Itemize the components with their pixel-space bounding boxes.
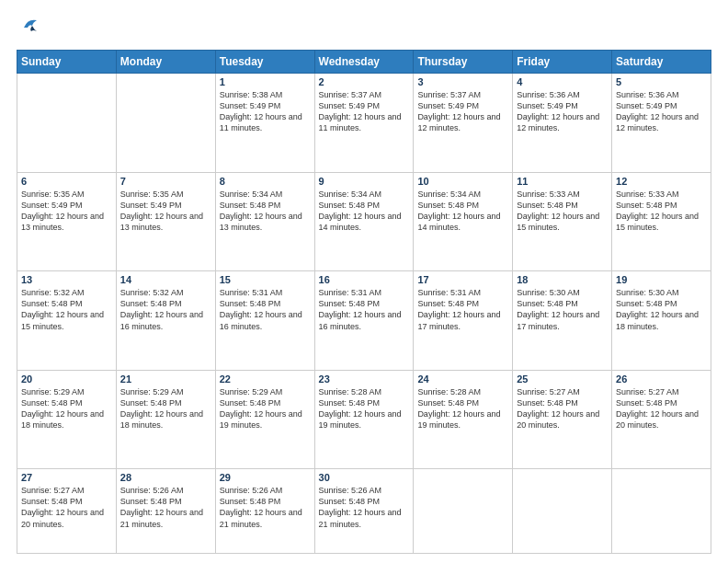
calendar-cell: 29Sunrise: 5:26 AM Sunset: 5:48 PM Dayli… [215,469,314,554]
calendar-cell [414,469,513,554]
day-info: Sunrise: 5:36 AM Sunset: 5:49 PM Dayligh… [517,89,608,134]
calendar-cell: 17Sunrise: 5:31 AM Sunset: 5:48 PM Dayli… [414,271,513,371]
day-number: 16 [319,274,410,285]
day-info: Sunrise: 5:34 AM Sunset: 5:48 PM Dayligh… [319,189,410,234]
day-number: 1 [220,76,311,87]
weekday-header-wednesday: Wednesday [314,51,414,74]
week-row-1: 6Sunrise: 5:35 AM Sunset: 5:49 PM Daylig… [17,172,711,271]
calendar-cell: 21Sunrise: 5:29 AM Sunset: 5:48 PM Dayli… [116,370,215,469]
day-number: 3 [417,76,508,87]
day-number: 24 [417,373,508,385]
calendar-cell: 3Sunrise: 5:37 AM Sunset: 5:49 PM Daylig… [414,74,513,173]
day-info: Sunrise: 5:33 AM Sunset: 5:48 PM Dayligh… [517,189,608,234]
week-row-2: 13Sunrise: 5:32 AM Sunset: 5:48 PM Dayli… [17,271,711,371]
day-info: Sunrise: 5:26 AM Sunset: 5:48 PM Dayligh… [120,485,211,530]
calendar-cell: 26Sunrise: 5:27 AM Sunset: 5:48 PM Dayli… [612,370,711,469]
day-number: 12 [616,176,707,187]
day-number: 30 [319,472,410,483]
day-info: Sunrise: 5:30 AM Sunset: 5:48 PM Dayligh… [616,287,707,332]
calendar-table: SundayMondayTuesdayWednesdayThursdayFrid… [17,50,711,554]
calendar-cell: 9Sunrise: 5:34 AM Sunset: 5:48 PM Daylig… [314,172,414,271]
day-info: Sunrise: 5:35 AM Sunset: 5:49 PM Dayligh… [120,189,211,234]
weekday-header-saturday: Saturday [612,51,711,74]
calendar-cell [17,74,117,173]
day-number: 15 [220,274,311,285]
calendar-cell: 27Sunrise: 5:27 AM Sunset: 5:48 PM Dayli… [17,469,117,554]
day-number: 29 [220,472,311,483]
weekday-header-thursday: Thursday [414,51,513,74]
calendar-cell: 28Sunrise: 5:26 AM Sunset: 5:48 PM Dayli… [116,469,215,554]
day-info: Sunrise: 5:32 AM Sunset: 5:48 PM Dayligh… [120,287,211,332]
calendar-cell: 6Sunrise: 5:35 AM Sunset: 5:49 PM Daylig… [17,172,117,271]
calendar-page: SundayMondayTuesdayWednesdayThursdayFrid… [0,0,728,563]
weekday-header-monday: Monday [116,51,215,74]
day-info: Sunrise: 5:27 AM Sunset: 5:48 PM Dayligh… [517,386,608,431]
calendar-cell: 12Sunrise: 5:33 AM Sunset: 5:48 PM Dayli… [612,172,711,271]
day-info: Sunrise: 5:26 AM Sunset: 5:48 PM Dayligh… [319,485,410,530]
calendar-cell: 19Sunrise: 5:30 AM Sunset: 5:48 PM Dayli… [612,271,711,371]
day-number: 26 [616,373,707,385]
calendar-cell [116,74,215,173]
day-info: Sunrise: 5:29 AM Sunset: 5:48 PM Dayligh… [21,386,112,431]
weekday-header-row: SundayMondayTuesdayWednesdayThursdayFrid… [17,51,711,74]
calendar-cell: 16Sunrise: 5:31 AM Sunset: 5:48 PM Dayli… [314,271,414,371]
calendar-cell [612,469,711,554]
day-info: Sunrise: 5:34 AM Sunset: 5:48 PM Dayligh… [220,189,311,234]
day-number: 8 [220,176,311,187]
calendar-cell [513,469,612,554]
weekday-header-tuesday: Tuesday [215,51,314,74]
calendar-cell: 5Sunrise: 5:36 AM Sunset: 5:49 PM Daylig… [612,74,711,173]
calendar-cell: 7Sunrise: 5:35 AM Sunset: 5:49 PM Daylig… [116,172,215,271]
day-info: Sunrise: 5:31 AM Sunset: 5:48 PM Dayligh… [220,287,311,332]
calendar-cell: 24Sunrise: 5:28 AM Sunset: 5:48 PM Dayli… [414,370,513,469]
day-number: 23 [319,373,410,385]
day-number: 2 [319,76,410,87]
day-info: Sunrise: 5:38 AM Sunset: 5:49 PM Dayligh… [220,89,311,134]
calendar-cell: 25Sunrise: 5:27 AM Sunset: 5:48 PM Dayli… [513,370,612,469]
day-number: 20 [21,373,112,385]
day-info: Sunrise: 5:33 AM Sunset: 5:48 PM Dayligh… [616,189,707,234]
day-info: Sunrise: 5:36 AM Sunset: 5:49 PM Dayligh… [616,89,707,134]
calendar-cell: 13Sunrise: 5:32 AM Sunset: 5:48 PM Dayli… [17,271,117,371]
week-row-3: 20Sunrise: 5:29 AM Sunset: 5:48 PM Dayli… [17,370,711,469]
day-info: Sunrise: 5:27 AM Sunset: 5:48 PM Dayligh… [21,485,112,530]
day-info: Sunrise: 5:28 AM Sunset: 5:48 PM Dayligh… [319,386,410,431]
calendar-cell: 1Sunrise: 5:38 AM Sunset: 5:49 PM Daylig… [215,74,314,173]
logo [17,17,40,40]
day-number: 19 [616,274,707,285]
day-info: Sunrise: 5:31 AM Sunset: 5:48 PM Dayligh… [417,287,508,332]
day-info: Sunrise: 5:26 AM Sunset: 5:48 PM Dayligh… [220,485,311,530]
day-info: Sunrise: 5:30 AM Sunset: 5:48 PM Dayligh… [517,287,608,332]
day-info: Sunrise: 5:28 AM Sunset: 5:48 PM Dayligh… [417,386,508,431]
calendar-cell: 30Sunrise: 5:26 AM Sunset: 5:48 PM Dayli… [314,469,414,554]
day-info: Sunrise: 5:29 AM Sunset: 5:48 PM Dayligh… [220,386,311,431]
week-row-4: 27Sunrise: 5:27 AM Sunset: 5:48 PM Dayli… [17,469,711,554]
day-number: 17 [417,274,508,285]
day-number: 4 [517,76,608,87]
day-number: 7 [120,176,211,187]
header [17,17,711,40]
calendar-cell: 23Sunrise: 5:28 AM Sunset: 5:48 PM Dayli… [314,370,414,469]
day-number: 28 [120,472,211,483]
day-info: Sunrise: 5:37 AM Sunset: 5:49 PM Dayligh… [417,89,508,134]
day-number: 6 [21,176,112,187]
day-number: 9 [319,176,410,187]
calendar-cell: 8Sunrise: 5:34 AM Sunset: 5:48 PM Daylig… [215,172,314,271]
logo-bird-icon [20,15,40,39]
day-number: 5 [616,76,707,87]
day-number: 21 [120,373,211,385]
week-row-0: 1Sunrise: 5:38 AM Sunset: 5:49 PM Daylig… [17,74,711,173]
day-info: Sunrise: 5:32 AM Sunset: 5:48 PM Dayligh… [21,287,112,332]
day-number: 27 [21,472,112,483]
day-info: Sunrise: 5:29 AM Sunset: 5:48 PM Dayligh… [120,386,211,431]
calendar-cell: 4Sunrise: 5:36 AM Sunset: 5:49 PM Daylig… [513,74,612,173]
calendar-cell: 18Sunrise: 5:30 AM Sunset: 5:48 PM Dayli… [513,271,612,371]
calendar-cell: 14Sunrise: 5:32 AM Sunset: 5:48 PM Dayli… [116,271,215,371]
day-info: Sunrise: 5:35 AM Sunset: 5:49 PM Dayligh… [21,189,112,234]
day-number: 18 [517,274,608,285]
day-number: 10 [417,176,508,187]
day-number: 11 [517,176,608,187]
weekday-header-sunday: Sunday [17,51,117,74]
day-number: 14 [120,274,211,285]
day-number: 25 [517,373,608,385]
